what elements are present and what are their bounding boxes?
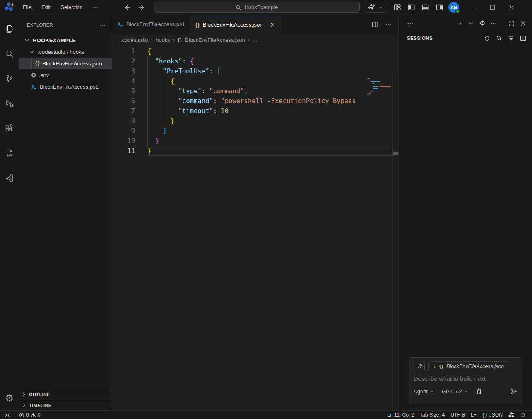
- tree-file-env[interactable]: ⚙ .env: [19, 69, 112, 81]
- editor-more-button[interactable]: ⋯: [385, 21, 392, 28]
- context-file-chip[interactable]: + {} BlockEnvFileAccess.json: [428, 361, 508, 371]
- toggle-panel-button[interactable]: [422, 4, 429, 11]
- new-chat-button[interactable]: +: [458, 19, 462, 27]
- copilot-menu-button[interactable]: [364, 2, 387, 13]
- scrollbar-thumb[interactable]: [393, 152, 398, 155]
- chat-input[interactable]: Describe what to build next: [414, 375, 518, 384]
- maximize-window-button[interactable]: [483, 0, 502, 15]
- minimize-window-button[interactable]: [464, 0, 483, 15]
- menubar-more-button[interactable]: ⋯: [89, 2, 103, 12]
- chat-input-box[interactable]: + {} BlockEnvFileAccess.json Describe wh…: [409, 357, 522, 404]
- menu-selection[interactable]: Selection: [56, 2, 87, 12]
- navigate-forward-button[interactable]: [137, 4, 145, 11]
- close-panel-button[interactable]: [520, 20, 526, 27]
- settings-gear-button[interactable]: ⚙: [0, 385, 19, 410]
- toggle-secondary-sidebar-button[interactable]: [436, 4, 443, 11]
- close-tab-icon[interactable]: [270, 22, 276, 28]
- code-line[interactable]: }: [147, 146, 392, 156]
- indent-guide: [147, 106, 148, 116]
- tree-file-blockenvfileaccess-json[interactable]: {} BlockEnvFileAccess.json: [19, 58, 112, 69]
- configure-tools-button[interactable]: [476, 388, 482, 395]
- powershell-icon: [117, 21, 123, 27]
- cursor-position[interactable]: Ln 11, Col 2: [384, 411, 417, 419]
- chevron-down-icon: [24, 37, 30, 44]
- indent-guide: [147, 126, 148, 136]
- remote-indicator[interactable]: [2, 411, 13, 419]
- code-editor[interactable]: 1234567891011 { "hooks": { "PreToolUse":…: [112, 46, 398, 410]
- tree-folder-codestudio-hooks[interactable]: .codestudio \ hooks: [19, 46, 112, 58]
- split-panel-button[interactable]: [520, 35, 526, 41]
- activity-source-control-button[interactable]: [0, 66, 19, 91]
- notifications-button[interactable]: [518, 411, 529, 419]
- menu-file[interactable]: File: [19, 2, 36, 12]
- activity-explorer-button[interactable]: [0, 17, 19, 41]
- code-token: [147, 58, 155, 65]
- close-window-button[interactable]: [502, 0, 521, 15]
- command-center-search[interactable]: HookExample: [154, 2, 360, 13]
- code-line[interactable]: "timeout": 10: [147, 106, 392, 116]
- chat-placeholder: Describe what to build next: [414, 375, 486, 382]
- activity-extensions-button[interactable]: [0, 116, 19, 141]
- breadcrumb-item[interactable]: ...: [253, 37, 257, 43]
- json-icon: {}: [178, 38, 183, 42]
- breadcrumb-item[interactable]: .codestudio: [120, 37, 148, 43]
- tab-blockenvfileaccess-ps1[interactable]: BlockEnvFileAccess.ps1: [112, 15, 190, 34]
- language-mode[interactable]: { } JSON: [479, 411, 506, 419]
- attach-context-button[interactable]: [414, 362, 425, 371]
- code-line[interactable]: ]: [147, 126, 392, 136]
- mode-label: Agent: [414, 388, 428, 395]
- code-line[interactable]: "type": "command",: [147, 86, 392, 96]
- menu-edit[interactable]: Edit: [37, 2, 55, 12]
- chat-more-button[interactable]: ⋯: [491, 19, 497, 27]
- activity-search-button[interactable]: [0, 41, 19, 66]
- code-line[interactable]: {: [147, 46, 392, 56]
- problems-indicator[interactable]: 0 0: [16, 411, 43, 419]
- explorer-title: EXPLORER: [27, 22, 53, 27]
- code-line[interactable]: {: [147, 76, 392, 86]
- eol-indicator[interactable]: LF: [468, 411, 479, 419]
- account-avatar[interactable]: AN: [448, 2, 459, 13]
- copilot-status-button[interactable]: [506, 411, 518, 419]
- breadcrumb-item[interactable]: BlockEnvFileAccess.json: [185, 37, 245, 43]
- line-number: 8: [112, 116, 135, 126]
- encoding-indicator[interactable]: UTF-8: [448, 411, 468, 419]
- code-token: :: [202, 87, 209, 95]
- tree-file-blockenvfileaccess-ps1[interactable]: BlockEnvFileAccess.ps1: [19, 81, 112, 92]
- send-button[interactable]: [510, 388, 518, 395]
- activity-run-debug-button[interactable]: [0, 91, 19, 116]
- code-line[interactable]: "command": "powershell -ExecutionPolicy …: [147, 96, 392, 106]
- minimap[interactable]: [366, 77, 392, 127]
- mode-selector[interactable]: Agent: [414, 388, 434, 395]
- code-line[interactable]: "PreToolUse": [: [147, 66, 392, 76]
- status-bar: 0 0 Ln 11, Col 2 Tab Size: 4 UTF-8 LF { …: [0, 410, 532, 419]
- navigate-back-button[interactable]: [124, 4, 132, 11]
- editor-scrollbar[interactable]: [392, 76, 398, 410]
- tree-root-hookexample[interactable]: HOOKEXAMPLE: [19, 34, 112, 46]
- split-editor-button[interactable]: [372, 21, 378, 28]
- search-sessions-button[interactable]: [496, 35, 502, 41]
- code-line[interactable]: }: [147, 116, 392, 126]
- refresh-sessions-button[interactable]: [484, 35, 490, 41]
- activity-log-viewer-button[interactable]: LOG: [0, 141, 19, 166]
- timeline-section-header[interactable]: TIMELINE: [19, 400, 112, 410]
- activity-visual-studio-button[interactable]: [0, 166, 19, 191]
- tab-blockenvfileaccess-json[interactable]: {} BlockEnvFileAccess.json: [190, 15, 282, 34]
- outline-section-header[interactable]: OUTLINE: [19, 389, 112, 400]
- customize-layout-button[interactable]: [394, 4, 401, 11]
- breadcrumb-item[interactable]: hooks: [156, 37, 170, 43]
- code-line[interactable]: }: [147, 136, 392, 146]
- panel-more-button[interactable]: ⋯: [407, 19, 414, 27]
- maximize-panel-button[interactable]: [508, 20, 515, 27]
- tab-size-indicator[interactable]: Tab Size: 4: [417, 411, 448, 419]
- warning-icon: [31, 412, 36, 418]
- chevron-down-icon: [378, 5, 383, 10]
- toggle-primary-sidebar-button[interactable]: [408, 4, 415, 11]
- filter-sessions-button[interactable]: [508, 35, 514, 41]
- explorer-more-button[interactable]: ⋯: [100, 22, 106, 28]
- code-token: "command": [209, 87, 244, 95]
- new-chat-dropdown-icon[interactable]: [468, 20, 474, 27]
- chat-settings-button[interactable]: ⚙: [479, 20, 485, 27]
- timeline-label: TIMELINE: [29, 403, 52, 408]
- model-selector[interactable]: GPT-5.2: [442, 388, 468, 395]
- code-line[interactable]: "hooks": {: [147, 56, 392, 66]
